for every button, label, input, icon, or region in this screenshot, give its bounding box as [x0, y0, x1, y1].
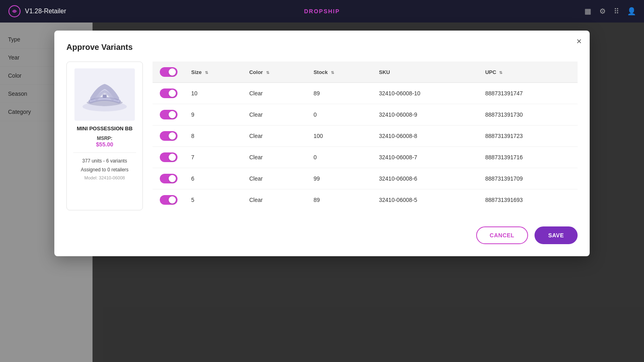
upc-header-label: UPC [485, 69, 496, 75]
row-size-2: 8 [185, 125, 243, 147]
th-color: Color ⇅ [243, 62, 307, 83]
modal-body: MINI POSSESSION BB MSRP: $55.00 377 unit… [66, 62, 578, 210]
row-sku-0: 32410-06008-10 [373, 83, 479, 104]
product-msrp-label: MSRP: [73, 136, 136, 141]
row-sku-3: 32410-06008-7 [373, 147, 479, 168]
product-stats: 377 units - 6 variants Assigned to 0 ret… [73, 157, 136, 182]
product-model: Model: 32410-06008 [73, 174, 136, 182]
row-color-5: Clear [243, 189, 307, 211]
row-size-4: 6 [185, 168, 243, 189]
table-row: 6 Clear 99 32410-06008-6 888731391709 [153, 168, 578, 189]
cancel-button[interactable]: CANCEL [476, 226, 528, 244]
row-toggle-0[interactable] [160, 88, 178, 98]
row-upc-5: 888731391693 [479, 189, 578, 211]
row-toggle-cell [153, 104, 185, 125]
color-header-label: Color [249, 69, 263, 75]
row-color-1: Clear [243, 104, 307, 125]
row-toggle-cell [153, 83, 185, 104]
row-stock-0: 89 [307, 83, 373, 104]
row-toggle-2[interactable] [160, 131, 178, 141]
settings-icon[interactable]: ⚙ [599, 7, 606, 16]
row-size-0: 10 [185, 83, 243, 104]
stock-sort-icon[interactable]: ⇅ [331, 70, 334, 75]
th-sku: SKU [373, 62, 479, 83]
product-msrp-value: $55.00 [73, 141, 136, 148]
row-sku-4: 32410-06008-6 [373, 168, 479, 189]
user-icon[interactable]: 👤 [627, 7, 636, 16]
row-upc-1: 888731391730 [479, 104, 578, 125]
row-color-3: Clear [243, 147, 307, 168]
modal-title: Approve Variants [66, 43, 578, 52]
row-toggle-1[interactable] [160, 110, 178, 119]
row-stock-5: 89 [307, 189, 373, 211]
product-retailers: Assigned to 0 retailers [73, 166, 136, 175]
size-header-label: Size [191, 69, 202, 75]
product-name: MINI POSSESSION BB [73, 125, 136, 132]
table-row: 10 Clear 89 32410-06008-10 888731391747 [153, 83, 578, 104]
row-size-1: 9 [185, 104, 243, 125]
table-row: 8 Clear 100 32410-06008-8 888731391723 [153, 125, 578, 147]
row-upc-4: 888731391709 [479, 168, 578, 189]
row-toggle-cell [153, 147, 185, 168]
table-row: 5 Clear 89 32410-06008-5 888731391693 [153, 189, 578, 211]
th-size: Size ⇅ [185, 62, 243, 83]
modal-overlay: × Approve Variants [0, 23, 644, 362]
row-stock-4: 99 [307, 168, 373, 189]
variants-table: Size ⇅ Color ⇅ Stock ⇅ [153, 62, 578, 210]
row-size-5: 5 [185, 189, 243, 211]
row-color-0: Clear [243, 83, 307, 104]
upc-sort-icon[interactable]: ⇅ [499, 70, 502, 75]
product-image [74, 68, 135, 121]
reports-icon[interactable]: ▦ [584, 7, 591, 16]
color-sort-icon[interactable]: ⇅ [266, 70, 269, 75]
modal-close-button[interactable]: × [576, 37, 582, 46]
row-color-2: Clear [243, 125, 307, 147]
table-header-row: Size ⇅ Color ⇅ Stock ⇅ [153, 62, 578, 83]
row-stock-2: 100 [307, 125, 373, 147]
row-size-3: 7 [185, 147, 243, 168]
svg-rect-2 [103, 95, 107, 98]
topbar: V1.28-Retailer DROPSHIP ▦ ⚙ ⠿ 👤 [0, 0, 644, 23]
row-toggle-3[interactable] [160, 152, 178, 162]
table-row: 9 Clear 0 32410-06008-9 888731391730 [153, 104, 578, 125]
row-upc-3: 888731391716 [479, 147, 578, 168]
row-upc-2: 888731391723 [479, 125, 578, 147]
row-sku-1: 32410-06008-9 [373, 104, 479, 125]
row-toggle-cell [153, 168, 185, 189]
modal-footer: CANCEL SAVE [66, 222, 578, 244]
row-stock-3: 0 [307, 147, 373, 168]
row-toggle-4[interactable] [160, 174, 178, 183]
stock-header-label: Stock [314, 69, 328, 75]
th-upc: UPC ⇅ [479, 62, 578, 83]
row-upc-0: 888731391747 [479, 83, 578, 104]
th-stock: Stock ⇅ [307, 62, 373, 83]
sku-header-label: SKU [379, 69, 390, 75]
row-sku-2: 32410-06008-8 [373, 125, 479, 147]
row-toggle-cell [153, 189, 185, 211]
row-toggle-cell [153, 125, 185, 147]
app-title: V1.28-Retailer [25, 8, 66, 15]
table-row: 7 Clear 0 32410-06008-7 888731391716 [153, 147, 578, 168]
size-sort-icon[interactable]: ⇅ [205, 70, 208, 75]
topbar-actions: ▦ ⚙ ⠿ 👤 [584, 7, 636, 16]
th-toggle [153, 62, 185, 83]
product-info-card: MINI POSSESSION BB MSRP: $55.00 377 unit… [66, 62, 143, 210]
approve-variants-modal: × Approve Variants [54, 31, 590, 256]
header-toggle[interactable] [160, 67, 178, 77]
row-toggle-5[interactable] [160, 195, 178, 205]
variants-table-wrap: Size ⇅ Color ⇅ Stock ⇅ [153, 62, 578, 210]
app-logo: V1.28-Retailer [8, 5, 66, 18]
nav-dropship-label: DROPSHIP [304, 8, 340, 14]
grid-icon[interactable]: ⠿ [614, 7, 619, 16]
row-sku-5: 32410-06008-5 [373, 189, 479, 211]
product-units: 377 units - 6 variants [73, 157, 136, 166]
row-stock-1: 0 [307, 104, 373, 125]
row-color-4: Clear [243, 168, 307, 189]
save-button[interactable]: SAVE [535, 226, 578, 244]
